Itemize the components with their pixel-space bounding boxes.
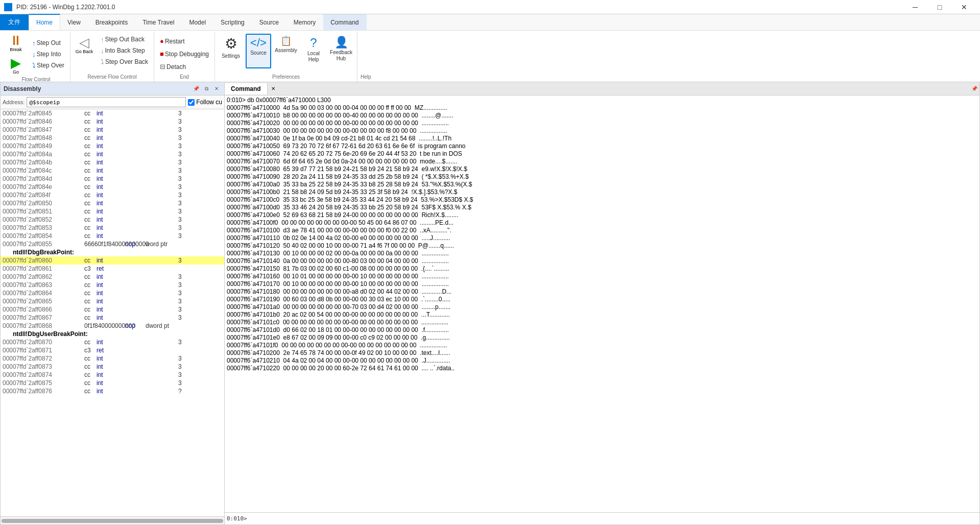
disasm-row[interactable]: 00007ffd`2aff084ccc int 3 [1, 166, 224, 175]
disasm-row[interactable]: 00007ffd`2aff0870cc int 3 [1, 338, 224, 346]
step-out-back-button[interactable]: ↑ Step Out Back [98, 34, 151, 45]
cmd-output-line: 00007ff6`a4710190 00 60 03 00 d8 0b 00 0… [227, 296, 977, 303]
disasm-row[interactable]: 00007ffd`2aff084dcc int 3 [1, 175, 224, 183]
disasm-row[interactable]: 00007ffd`2aff0863cc int 3 [1, 281, 224, 289]
feedback-hub-icon: 👤 [334, 36, 348, 49]
minimize-button[interactable]: ─ [903, 0, 927, 14]
follow-checkbox-input[interactable] [188, 99, 195, 106]
disasm-ops: dword pt [146, 322, 207, 329]
disasm-row[interactable]: 00007ffd`2aff0864cc int 3 [1, 289, 224, 297]
assembly-button[interactable]: 📋 Assembly [273, 34, 299, 68]
settings-button[interactable]: ⚙ Settings [218, 34, 244, 68]
disasm-row[interactable]: 00007ffd`2aff0871c3 ret [1, 346, 224, 354]
step-into-label: Step Into [37, 51, 61, 58]
tab-timetravel[interactable]: Time Travel [135, 14, 182, 30]
address-input[interactable] [27, 97, 186, 107]
tab-model[interactable]: Model [182, 14, 213, 30]
close-button[interactable]: ✕ [952, 0, 976, 14]
disasm-row[interactable]: 00007ffd`2aff0867cc int 3 [1, 314, 224, 322]
disasm-mnem: int [97, 314, 117, 321]
disasm-mnem: int [97, 232, 117, 240]
disasm-row[interactable]: 00007ffd`2aff0875cc int 3 [1, 379, 224, 387]
disasm-type: 3 [178, 118, 194, 125]
disassembly-close-button[interactable]: ✕ [212, 84, 221, 93]
feedback-hub-button[interactable]: 👤 FeedbackHub [328, 34, 354, 68]
go-back-icon: ◁ [79, 36, 89, 49]
disasm-type: 3 [178, 314, 194, 321]
restart-label: Restart [165, 38, 185, 45]
disasm-row[interactable]: 00007ffd`2aff084bcc int 3 [1, 158, 224, 166]
disasm-mnem: int [97, 216, 117, 223]
disasm-row[interactable]: 00007ffd`2aff0846cc int 3 [1, 117, 224, 126]
command-input[interactable] [248, 514, 977, 524]
command-prompt-label: 0:010> [227, 515, 247, 522]
step-into-button[interactable]: ↓ Step Into [30, 49, 67, 60]
help-body [361, 32, 371, 74]
disasm-addr: 00007ffd`2aff0862 [3, 273, 84, 280]
step-over-back-button[interactable]: ⤵ Step Over Back [98, 56, 151, 67]
detach-button[interactable]: ⊟ Detach [157, 61, 188, 73]
go-back-button[interactable]: ◁ Go Back [74, 34, 95, 56]
disasm-row[interactable]: 00007ffd`2aff0865cc int 3 [1, 297, 224, 305]
disassembly-scrollbar-h[interactable] [1, 516, 224, 524]
disasm-row[interactable]: 00007ffd`2aff0849cc int 3 [1, 142, 224, 150]
command-close-button[interactable]: ✕ [269, 84, 278, 93]
disasm-type: 3 [178, 134, 194, 141]
disasm-row[interactable]: 00007ffd`2aff0851cc int 3 [1, 207, 224, 216]
disasm-row[interactable]: 00007ffd`2aff0874cc int 3 [1, 371, 224, 379]
tab-view[interactable]: View [60, 14, 88, 30]
disasm-mnem: int [97, 159, 117, 166]
disasm-row[interactable]: 00007ffd`2aff0862cc int 3 [1, 273, 224, 281]
title-bar-text: PID: 25196 - WinDbg 1.2202.7001.0 [16, 4, 115, 11]
disasm-row[interactable]: 00007ffd`2aff0861c3 ret [1, 265, 224, 273]
tab-home[interactable]: Home [29, 14, 60, 30]
tab-breakpoints[interactable]: Breakpoints [88, 14, 135, 30]
disasm-row[interactable]: 00007ffd`2aff0853cc int 3 [1, 224, 224, 232]
disasm-mnem: int [97, 306, 117, 313]
tab-file[interactable]: 文件 [0, 14, 29, 30]
step-over-button[interactable]: ⤵ Step Over [30, 60, 67, 71]
maximize-button[interactable]: □ [928, 0, 951, 14]
disasm-addr: 00007ffd`2aff0850 [3, 200, 84, 207]
restart-button[interactable]: ● Restart [157, 36, 187, 47]
disasm-row[interactable]: 00007ffd`2aff084acc int 3 [1, 150, 224, 158]
disassembly-popout-button[interactable]: ⧉ [202, 84, 211, 93]
disasm-row[interactable]: 00007ffd`2aff0872cc int 3 [1, 354, 224, 363]
command-pin[interactable]: 📌 [971, 86, 977, 91]
reverse-flow-group: ◁ Go Back ↑ Step Out Back ↓ Into Back St… [70, 32, 154, 82]
disasm-row[interactable]: 00007ffd`2aff084fcc int 3 [1, 191, 224, 199]
tab-memory[interactable]: Memory [286, 14, 323, 30]
disasm-row[interactable]: 00007ffd`2aff0873cc int 3 [1, 363, 224, 371]
step-out-button[interactable]: ↑ Step Out [30, 37, 67, 49]
disassembly-panel: Disassembly 📌 ⧉ ✕ Address: Follow cu 000… [0, 82, 225, 525]
disasm-row[interactable]: ntdll!DbgBreakPoint: [1, 248, 224, 256]
disasm-mnem: int [97, 363, 117, 370]
break-button[interactable]: ⏸ Break [5, 32, 27, 54]
disasm-row[interactable]: 00007ffd`2aff0866cc int 3 [1, 305, 224, 314]
disasm-row[interactable]: 00007ffd`2aff0876cc int ? [1, 387, 224, 395]
tab-source[interactable]: Source [252, 14, 286, 30]
disasm-row[interactable]: 00007ffd`2aff0848cc int 3 [1, 134, 224, 142]
disasm-row[interactable]: 00007ffd`2aff08680f1f840000000000 nopdwo… [1, 322, 224, 330]
disassembly-pin-button[interactable]: 📌 [192, 84, 201, 93]
local-help-button[interactable]: ? LocalHelp [301, 34, 326, 68]
disasm-mnem: nop [125, 241, 146, 248]
disasm-row[interactable]: 00007ffd`2aff0860cc int 3 [1, 256, 224, 265]
tab-scripting[interactable]: Scripting [213, 14, 252, 30]
disasm-type: 3 [178, 257, 194, 264]
disasm-row[interactable]: 00007ffd`2aff0852cc int 3 [1, 216, 224, 224]
stop-debugging-button[interactable]: ■ Stop Debugging [157, 49, 211, 60]
disasm-row[interactable]: 00007ffd`2aff0850cc int 3 [1, 199, 224, 207]
disasm-row[interactable]: 00007ffd`2aff085566660f1f840000000000 no… [1, 240, 224, 248]
cmd-output-line: 00007ff6`a4710010 b8 00 00 00 00 00 00 0… [227, 112, 977, 120]
disasm-row[interactable]: 00007ffd`2aff084ecc int 3 [1, 183, 224, 191]
disasm-row[interactable]: 00007ffd`2aff0854cc int 3 [1, 232, 224, 240]
disasm-row[interactable]: 00007ffd`2aff0847cc int 3 [1, 126, 224, 134]
go-button[interactable]: ▶ Go [5, 54, 27, 77]
step-into-back-button[interactable]: ↓ Into Back Step [98, 45, 151, 56]
step-into-back-icon: ↓ [101, 47, 104, 55]
disasm-row[interactable]: ntdll!DbgUserBreakPoint: [1, 330, 224, 338]
source-button[interactable]: </> Source [246, 34, 271, 68]
tab-command[interactable]: Command [323, 14, 366, 30]
disasm-row[interactable]: 00007ffd`2aff0845cc int 3 [1, 109, 224, 117]
